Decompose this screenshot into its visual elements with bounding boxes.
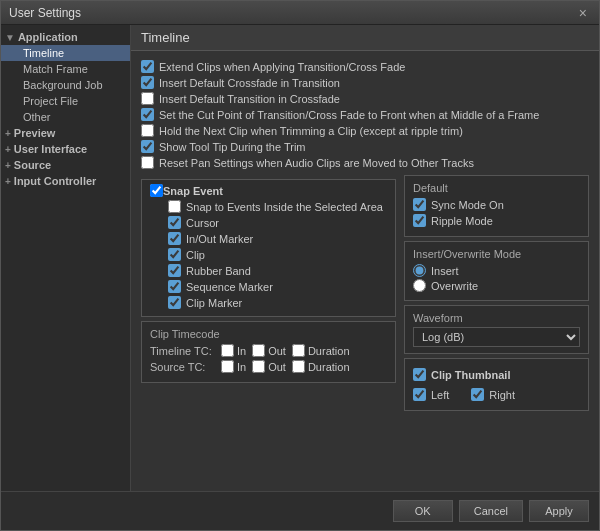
option-clip: Clip bbox=[150, 248, 387, 261]
sidebar-item-input-controller[interactable]: + Input Controller bbox=[1, 173, 130, 189]
checkbox-ripple-mode[interactable] bbox=[413, 214, 426, 227]
cancel-button[interactable]: Cancel bbox=[459, 500, 523, 522]
default-panel-box: Default Sync Mode On Ripple Mode bbox=[404, 175, 589, 237]
checkbox-insert-crossfade[interactable] bbox=[141, 76, 154, 89]
clip-timecode-title: Clip Timecode bbox=[150, 328, 387, 340]
sidebar-label-source: Source bbox=[14, 159, 51, 171]
content-area: Timeline Extend Clips when Applying Tran… bbox=[131, 25, 599, 491]
option-clip-marker: Clip Marker bbox=[150, 296, 387, 309]
checkbox-timeline-duration[interactable] bbox=[292, 344, 305, 357]
label-insert: Insert bbox=[431, 265, 459, 277]
sidebar-item-other[interactable]: Other bbox=[1, 109, 130, 125]
checkbox-extend-clips[interactable] bbox=[141, 60, 154, 73]
checkbox-hold-next-clip[interactable] bbox=[141, 124, 154, 137]
user-settings-window: User Settings × ▼ Application Timeline M… bbox=[0, 0, 600, 531]
label-timeline-duration: Duration bbox=[308, 345, 350, 357]
sidebar-item-preview[interactable]: + Preview bbox=[1, 125, 130, 141]
checkbox-sequence-marker[interactable] bbox=[168, 280, 181, 293]
radio-overwrite: Overwrite bbox=[413, 279, 580, 292]
source-tc-row: Source TC: In Out bbox=[150, 360, 387, 373]
sidebar-item-project-file[interactable]: Project File bbox=[1, 93, 130, 109]
checkbox-insert-transition[interactable] bbox=[141, 92, 154, 105]
checkbox-snap-event[interactable] bbox=[150, 184, 163, 197]
sidebar-label-other: Other bbox=[23, 111, 51, 123]
label-rubber-band: Rubber Band bbox=[186, 265, 251, 277]
sidebar-item-source[interactable]: + Source bbox=[1, 157, 130, 173]
option-hold-next-clip: Hold the Next Clip when Trimming a Clip … bbox=[141, 124, 589, 137]
option-thumb-left: Left bbox=[413, 388, 449, 401]
sidebar-label-preview: Preview bbox=[14, 127, 56, 139]
option-cursor: Cursor bbox=[150, 216, 387, 229]
label-set-cut-point: Set the Cut Point of Transition/Cross Fa… bbox=[159, 109, 539, 121]
label-source-in: In bbox=[237, 361, 246, 373]
footer: OK Cancel Apply bbox=[1, 491, 599, 530]
label-extend-clips: Extend Clips when Applying Transition/Cr… bbox=[159, 61, 405, 73]
two-col-layout: Snap Event Snap to Events Inside the Sel… bbox=[141, 175, 589, 411]
apply-button[interactable]: Apply bbox=[529, 500, 589, 522]
snap-event-group: Snap Event Snap to Events Inside the Sel… bbox=[141, 179, 396, 317]
label-clip-thumbnail: Clip Thumbnail bbox=[431, 369, 510, 381]
checkbox-thumb-right[interactable] bbox=[471, 388, 484, 401]
checkbox-sync-mode[interactable] bbox=[413, 198, 426, 211]
checkbox-clip-thumbnail[interactable] bbox=[413, 368, 426, 381]
checkbox-timeline-in[interactable] bbox=[221, 344, 234, 357]
option-show-tool-tip: Show Tool Tip During the Trim bbox=[141, 140, 589, 153]
timeline-tc-duration: Duration bbox=[292, 344, 350, 357]
insert-overwrite-title: Insert/Overwrite Mode bbox=[413, 248, 580, 260]
sidebar-item-match-frame[interactable]: Match Frame bbox=[1, 61, 130, 77]
option-insert-default-transition: Insert Default Transition in Crossfade bbox=[141, 92, 589, 105]
label-source-out: Out bbox=[268, 361, 286, 373]
label-timeline-out: Out bbox=[268, 345, 286, 357]
option-in-out-marker: In/Out Marker bbox=[150, 232, 387, 245]
checkbox-show-tool-tip[interactable] bbox=[141, 140, 154, 153]
title-bar: User Settings × bbox=[1, 1, 599, 25]
thumbnail-lr-row: Left Right bbox=[413, 385, 580, 404]
label-insert-transition: Insert Default Transition in Crossfade bbox=[159, 93, 340, 105]
checkbox-snap-to-events[interactable] bbox=[168, 200, 181, 213]
checkbox-in-out-marker[interactable] bbox=[168, 232, 181, 245]
option-snap-to-events: Snap to Events Inside the Selected Area bbox=[150, 200, 387, 213]
option-rubber-band: Rubber Band bbox=[150, 264, 387, 277]
checkbox-source-in[interactable] bbox=[221, 360, 234, 373]
option-set-cut-point: Set the Cut Point of Transition/Cross Fa… bbox=[141, 108, 589, 121]
option-extend-clips: Extend Clips when Applying Transition/Cr… bbox=[141, 60, 589, 73]
checkbox-reset-pan[interactable] bbox=[141, 156, 154, 169]
checkbox-source-out[interactable] bbox=[252, 360, 265, 373]
expand-icon-source: + bbox=[5, 160, 11, 171]
radio-overwrite-option[interactable] bbox=[413, 279, 426, 292]
label-insert-crossfade: Insert Default Crossfade in Transition bbox=[159, 77, 340, 89]
right-panel: Default Sync Mode On Ripple Mode bbox=[404, 175, 589, 411]
expand-icon-preview: + bbox=[5, 128, 11, 139]
clip-thumbnail-panel-box: Clip Thumbnail Left Right bbox=[404, 358, 589, 411]
ok-button[interactable]: OK bbox=[393, 500, 453, 522]
label-thumb-left: Left bbox=[431, 389, 449, 401]
checkbox-timeline-out[interactable] bbox=[252, 344, 265, 357]
sidebar-item-user-interface[interactable]: + User Interface bbox=[1, 141, 130, 157]
option-insert-default-crossfade: Insert Default Crossfade in Transition bbox=[141, 76, 589, 89]
clip-timecode-section: Clip Timecode Timeline TC: In Out bbox=[141, 321, 396, 383]
snap-event-title-row: Snap Event bbox=[150, 184, 387, 197]
sidebar-label-application: Application bbox=[18, 31, 78, 43]
radio-insert-option[interactable] bbox=[413, 264, 426, 277]
sidebar-item-application[interactable]: ▼ Application bbox=[1, 29, 130, 45]
checkbox-rubber-band[interactable] bbox=[168, 264, 181, 277]
label-snap-event: Snap Event bbox=[163, 185, 223, 197]
content-header: Timeline bbox=[131, 25, 599, 51]
option-ripple-mode: Ripple Mode bbox=[413, 214, 580, 227]
checkbox-thumb-left[interactable] bbox=[413, 388, 426, 401]
checkbox-clip[interactable] bbox=[168, 248, 181, 261]
close-button[interactable]: × bbox=[575, 5, 591, 21]
sidebar-item-background-job[interactable]: Background Job bbox=[1, 77, 130, 93]
sidebar-item-timeline[interactable]: Timeline bbox=[1, 45, 130, 61]
expand-icon-input: + bbox=[5, 176, 11, 187]
sidebar: ▼ Application Timeline Match Frame Backg… bbox=[1, 25, 131, 491]
checkbox-set-cut-point[interactable] bbox=[141, 108, 154, 121]
timeline-tc-in: In bbox=[221, 344, 246, 357]
sidebar-label-project-file: Project File bbox=[23, 95, 78, 107]
label-overwrite: Overwrite bbox=[431, 280, 478, 292]
content-body: Extend Clips when Applying Transition/Cr… bbox=[131, 51, 599, 491]
checkbox-source-duration[interactable] bbox=[292, 360, 305, 373]
checkbox-cursor[interactable] bbox=[168, 216, 181, 229]
waveform-select[interactable]: Log (dB) Linear bbox=[413, 327, 580, 347]
checkbox-clip-marker[interactable] bbox=[168, 296, 181, 309]
